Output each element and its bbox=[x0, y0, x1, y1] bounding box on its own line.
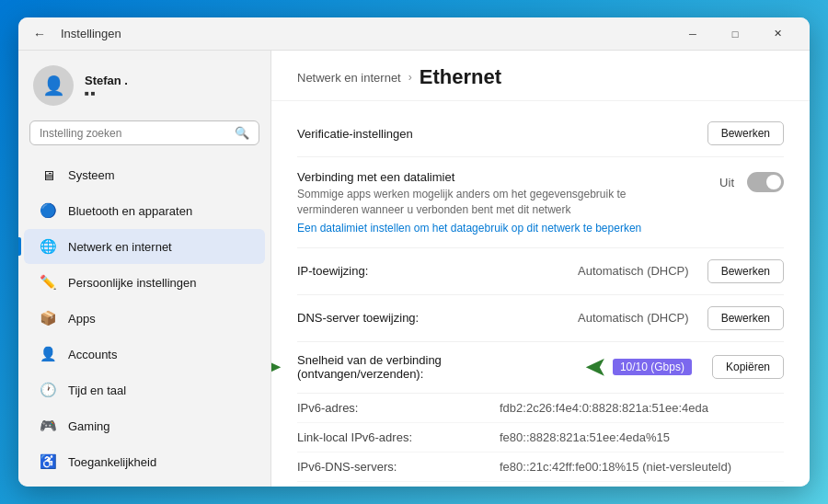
breadcrumb-parent: Netwerk en internet bbox=[297, 71, 401, 85]
sidebar-item-netwerk[interactable]: 🌐 Netwerk en internet bbox=[24, 229, 265, 264]
ip-button[interactable]: Bewerken bbox=[707, 259, 784, 283]
avatar: 👤 bbox=[33, 65, 74, 106]
verificatie-info: Verificatie-instellingen bbox=[297, 127, 696, 141]
user-dots: ■■ bbox=[85, 89, 128, 97]
window-controls: ─ □ ✕ bbox=[672, 17, 799, 51]
ip-value: Automatisch (DHCP) bbox=[578, 264, 689, 278]
sidebar: 👤 Stefan . ■■ 🔍 🖥 Systeem 🔵 Bluetoo bbox=[18, 51, 271, 487]
systeem-icon: 🖥 bbox=[39, 166, 57, 184]
ip-info: IP-toewijzing: bbox=[297, 264, 567, 278]
datalimiet-link[interactable]: Een datalimiet instellen om het datagebr… bbox=[297, 222, 708, 235]
datalimiet-info: Verbinding met een datalimiet Sommige ap… bbox=[297, 170, 708, 235]
sidebar-item-tijd[interactable]: 🕐 Tijd en taal bbox=[24, 372, 265, 407]
search-input[interactable] bbox=[40, 127, 227, 140]
sidebar-item-label: Accounts bbox=[68, 348, 117, 361]
ipv6-value: fdb2:2c26:f4e4:0:8828:821a:51ee:4eda bbox=[500, 401, 708, 415]
apps-icon: 📦 bbox=[39, 309, 57, 327]
main-body: Verificatie-instellingen Bewerken Verbin… bbox=[271, 101, 810, 487]
user-name: Stefan . bbox=[85, 74, 128, 87]
dns-row: DNS-server toewijzing: Automatisch (DHCP… bbox=[297, 295, 784, 342]
toegankelijkheid-icon: ♿ bbox=[39, 452, 57, 471]
ipv6dns-row: IPv6-DNS-servers: fe80::21c:42ff:fe00:18… bbox=[297, 452, 784, 482]
avatar-icon: 👤 bbox=[42, 74, 65, 97]
sidebar-item-bluetooth[interactable]: 🔵 Bluetooth en apparaten bbox=[24, 193, 265, 228]
speed-info: Snelheid van de verbinding (ontvangen/ve… bbox=[297, 353, 574, 381]
linklocal-label: Link-local IPv6-adres: bbox=[297, 430, 500, 444]
settings-window: ← Instellingen ─ □ ✕ 👤 Stefan . ■■ 🔍 bbox=[18, 17, 810, 487]
search-icon[interactable]: 🔍 bbox=[235, 126, 249, 140]
sidebar-item-label: Netwerk en internet bbox=[68, 240, 172, 254]
dns-info: DNS-server toewijzing: bbox=[297, 311, 567, 325]
verificatie-label: Verificatie-instellingen bbox=[297, 127, 696, 141]
sidebar-item-label: Toegankelijkheid bbox=[68, 455, 156, 469]
speed-button[interactable]: Kopiëren bbox=[712, 355, 784, 379]
sidebar-item-toegankelijkheid[interactable]: ♿ Toegankelijkheid bbox=[24, 444, 265, 479]
content-area: 👤 Stefan . ■■ 🔍 🖥 Systeem 🔵 Bluetoo bbox=[18, 51, 810, 487]
sidebar-item-apps[interactable]: 📦 Apps bbox=[24, 301, 265, 336]
sidebar-item-systeem[interactable]: 🖥 Systeem bbox=[24, 157, 265, 192]
dns-label: DNS-server toewijzing: bbox=[297, 311, 567, 325]
bluetooth-icon: 🔵 bbox=[39, 201, 57, 220]
user-profile: 👤 Stefan . ■■ bbox=[18, 51, 270, 117]
gaming-icon: 🎮 bbox=[39, 417, 57, 435]
datalimiet-desc: Sommige apps werken mogelijk anders om h… bbox=[297, 187, 628, 218]
maximize-button[interactable]: □ bbox=[714, 17, 756, 51]
right-arrow-icon: ➤ bbox=[585, 353, 605, 382]
breadcrumb: Netwerk en internet › Ethernet bbox=[297, 65, 784, 89]
ipv4-row: IPv4-adres: 10.211.55.14 bbox=[297, 482, 784, 487]
main-content: Netwerk en internet › Ethernet Verificat… bbox=[271, 51, 810, 487]
sidebar-item-gaming[interactable]: 🎮 Gaming bbox=[24, 408, 265, 443]
verificatie-row: Verificatie-instellingen Bewerken bbox=[297, 110, 784, 157]
sidebar-item-label: Apps bbox=[68, 312, 96, 326]
minimize-button[interactable]: ─ bbox=[672, 17, 714, 51]
sidebar-nav: 🖥 Systeem 🔵 Bluetooth en apparaten 🌐 Net… bbox=[18, 156, 270, 487]
ip-label: IP-toewijzing: bbox=[297, 264, 567, 278]
sidebar-item-label: Systeem bbox=[68, 168, 115, 182]
back-button[interactable]: ← bbox=[29, 23, 50, 45]
ipv6-label: IPv6-adres: bbox=[297, 401, 500, 415]
datalimiet-label: Verbinding met een datalimiet bbox=[297, 170, 708, 184]
breadcrumb-current: Ethernet bbox=[420, 65, 501, 89]
user-info: Stefan . ■■ bbox=[85, 74, 128, 97]
ipv6dns-value: fe80::21c:42ff:fe00:18%15 (niet-versleut… bbox=[500, 460, 731, 474]
sidebar-item-label: Bluetooth en apparaten bbox=[68, 204, 192, 218]
ipv6-row: IPv6-adres: fdb2:2c26:f4e4:0:8828:821a:5… bbox=[297, 394, 784, 423]
datalimiet-toggle-label: Uit bbox=[719, 176, 734, 189]
ip-row: IP-toewijzing: Automatisch (DHCP) Bewerk… bbox=[297, 248, 784, 295]
close-button[interactable]: ✕ bbox=[756, 17, 799, 51]
window-title: Instellingen bbox=[61, 27, 672, 40]
dns-button[interactable]: Bewerken bbox=[707, 306, 784, 330]
netwerk-icon: 🌐 bbox=[39, 237, 57, 256]
sidebar-item-label: Persoonlijke instellingen bbox=[68, 276, 196, 290]
persoonlijk-icon: ✏️ bbox=[39, 273, 57, 292]
sidebar-item-accounts[interactable]: 👤 Accounts bbox=[24, 337, 265, 372]
toggle-knob bbox=[766, 175, 781, 189]
search-box: 🔍 bbox=[29, 120, 259, 145]
verificatie-button[interactable]: Bewerken bbox=[707, 121, 784, 145]
speed-value: 10/10 (Gbps) bbox=[613, 359, 692, 375]
datalimiet-toggle[interactable] bbox=[747, 172, 784, 192]
speed-row: ➤ Snelheid van de verbinding (ontvangen/… bbox=[297, 342, 784, 394]
linklocal-value: fe80::8828:821a:51ee:4eda%15 bbox=[500, 430, 670, 444]
dns-value: Automatisch (DHCP) bbox=[578, 311, 689, 325]
sidebar-item-persoonlijk[interactable]: ✏️ Persoonlijke instellingen bbox=[24, 265, 265, 300]
accounts-icon: 👤 bbox=[39, 345, 57, 363]
tijd-icon: 🕐 bbox=[39, 381, 57, 399]
sidebar-item-label: Tijd en taal bbox=[68, 384, 126, 397]
sidebar-item-label: Gaming bbox=[68, 419, 110, 433]
page-header: Netwerk en internet › Ethernet bbox=[271, 51, 810, 101]
ipv6dns-label: IPv6-DNS-servers: bbox=[297, 460, 500, 474]
titlebar: ← Instellingen ─ □ ✕ bbox=[18, 17, 810, 51]
left-arrow-icon: ➤ bbox=[271, 353, 281, 382]
breadcrumb-separator: › bbox=[408, 71, 412, 84]
sidebar-item-privacy[interactable]: 🔒 Privacy & beveiliging bbox=[24, 480, 265, 487]
datalimiet-row: Verbinding met een datalimiet Sommige ap… bbox=[297, 157, 784, 248]
linklocal-row: Link-local IPv6-adres: fe80::8828:821a:5… bbox=[297, 423, 784, 452]
speed-label: Snelheid van de verbinding (ontvangen/ve… bbox=[297, 353, 574, 381]
